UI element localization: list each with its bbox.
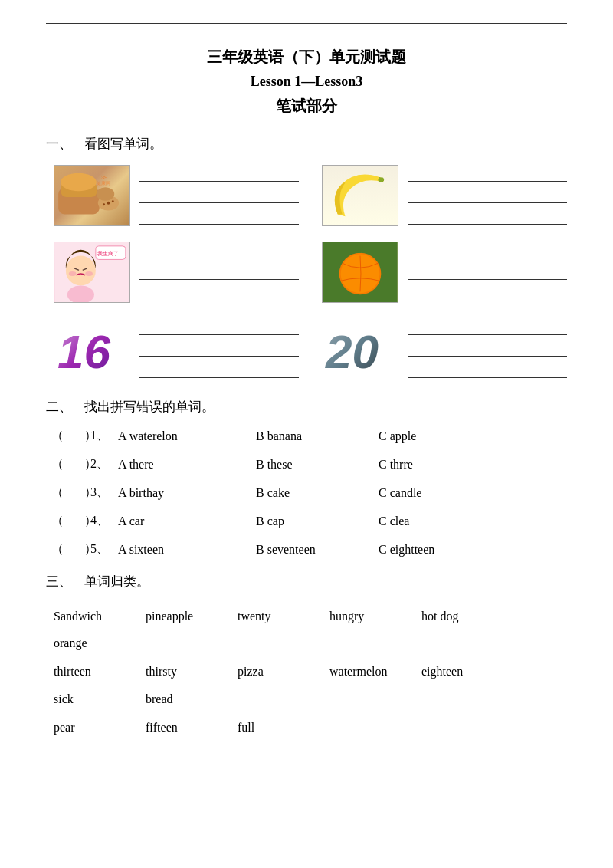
q2-optC: C thrre	[379, 458, 501, 472]
svg-point-4	[97, 187, 114, 201]
word-row-1: Sandwich pineapple twenty hungry hot dog…	[54, 603, 567, 656]
write-line	[139, 320, 299, 335]
q2-blank	[69, 458, 84, 472]
svg-point-6	[103, 203, 105, 205]
image-grid: 39 健康网	[54, 165, 567, 380]
section2-header: 二、 找出拼写错误的单词。	[46, 398, 567, 416]
q5-optC: C eightteen	[379, 543, 501, 557]
table-row: （ ） 1、 A waterelon B banana C apple	[46, 428, 567, 444]
write-line	[139, 166, 299, 182]
section1-text: 看图写单词。	[84, 135, 162, 153]
image-number-20: 20	[322, 318, 398, 380]
section3: 三、 单词归类。 Sandwich pineapple twenty hungr…	[46, 573, 567, 741]
list-item: hot dog	[421, 603, 490, 630]
section2-text: 找出拼写错误的单词。	[84, 398, 215, 416]
write-line	[408, 188, 567, 203]
section1-header: 一、 看图写单词。	[46, 135, 567, 153]
svg-text:16: 16	[57, 325, 110, 378]
q1-blank	[69, 429, 84, 443]
list-item: sick	[54, 686, 123, 712]
title-main: 三年级英语（下）单元测试题	[46, 47, 567, 67]
write-lines-banana	[408, 166, 567, 225]
svg-point-22	[341, 255, 380, 294]
q3-paren: （	[46, 485, 69, 501]
write-line	[139, 341, 299, 357]
q2-paren: （	[46, 456, 69, 472]
list-item: Sandwich	[54, 603, 123, 630]
q5-optA: A sixteen	[118, 543, 256, 557]
section2: 二、 找出拼写错误的单词。 （ ） 1、 A waterelon B banan…	[46, 398, 567, 557]
q3-blank	[69, 486, 84, 500]
write-lines-orange	[408, 243, 567, 301]
write-line	[408, 166, 567, 182]
svg-text:20: 20	[325, 325, 379, 378]
list-item: fifteen	[146, 714, 215, 741]
svg-point-17	[69, 271, 77, 276]
write-lines-16	[139, 320, 299, 378]
table-row: （ ） 2、 A there B these C thrre	[46, 456, 567, 472]
image-banana	[322, 165, 398, 226]
write-line	[139, 265, 299, 280]
q1-optB: B banana	[256, 429, 379, 443]
q5-paren-close: ）	[84, 541, 90, 557]
img-item-20: 20	[322, 318, 567, 380]
q4-optB: B cap	[256, 515, 379, 528]
svg-point-5	[107, 202, 110, 205]
svg-text:39: 39	[101, 174, 108, 181]
list-item: full	[238, 714, 306, 741]
write-lines-bread	[139, 166, 299, 225]
q5-num: 5、	[90, 541, 118, 557]
list-item: thirteen	[54, 658, 123, 685]
q3-optC: C candle	[379, 486, 501, 500]
img-item-16: 16	[54, 318, 299, 380]
section1-num: 一、	[46, 135, 72, 153]
img-item-banana	[322, 165, 567, 226]
q2-optB: B these	[256, 458, 379, 472]
list-item: pizza	[238, 658, 306, 685]
svg-text:我生病了...: 我生病了...	[97, 251, 123, 256]
q4-blank	[69, 515, 84, 528]
section3-header: 三、 单词归类。	[46, 573, 567, 590]
write-line	[408, 286, 567, 301]
q4-optC: C clea	[379, 515, 501, 528]
word-list: Sandwich pineapple twenty hungry hot dog…	[54, 603, 567, 741]
q4-paren-close: ）	[84, 513, 90, 529]
section3-text: 单词归类。	[84, 573, 149, 590]
q3-optA: A birthay	[118, 486, 256, 500]
q3-optB: B cake	[256, 486, 379, 500]
write-line	[139, 243, 299, 258]
write-line	[408, 320, 567, 335]
write-lines-sick	[139, 243, 299, 301]
list-item: pear	[54, 714, 123, 741]
q4-paren: （	[46, 513, 69, 529]
image-orange	[322, 242, 398, 303]
section2-num: 二、	[46, 398, 72, 416]
top-divider	[46, 23, 567, 24]
q2-optA: A there	[118, 458, 256, 472]
write-line	[139, 286, 299, 301]
image-sick: 我生病了...	[54, 242, 130, 303]
q4-num: 4、	[90, 513, 118, 529]
svg-point-7	[112, 200, 114, 202]
write-line	[408, 363, 567, 378]
word-row-2: thirteen thirsty pizza watermelon eighte…	[54, 658, 567, 712]
q5-paren: （	[46, 541, 69, 557]
list-item: bread	[146, 686, 215, 712]
img-item-orange	[322, 242, 567, 303]
list-item: hungry	[329, 603, 398, 630]
svg-point-2	[61, 173, 97, 191]
list-item: eighteen	[421, 658, 490, 685]
img-item-bread: 39 健康网	[54, 165, 299, 226]
table-row: （ ） 5、 A sixteen B seventeen C eightteen	[46, 541, 567, 557]
list-item: orange	[54, 630, 123, 656]
q2-num: 2、	[90, 456, 118, 472]
q2-paren-close: ）	[84, 456, 90, 472]
write-line	[408, 341, 567, 357]
write-line	[408, 265, 567, 280]
q1-paren-close: ）	[84, 428, 90, 444]
list-item: pineapple	[146, 603, 215, 630]
image-number-16: 16	[54, 318, 130, 380]
list-item: watermelon	[329, 658, 398, 685]
write-line	[139, 209, 299, 225]
q1-optA: A waterelon	[118, 429, 256, 443]
